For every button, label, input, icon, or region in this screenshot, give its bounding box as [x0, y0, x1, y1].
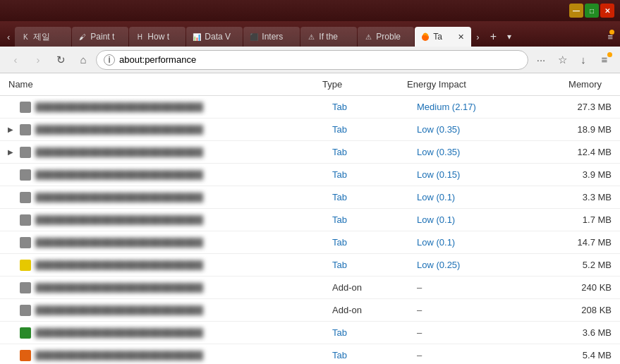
tab-7-label: Proble	[376, 32, 408, 42]
name-cell-8: ████████████████████████████	[0, 279, 324, 297]
tab-8-close-button[interactable]: ✕	[456, 32, 466, 42]
row-type-9: Add-on	[324, 301, 408, 319]
tab-6[interactable]: ⚠ If the	[300, 27, 357, 47]
performance-table[interactable]: Name Type Energy Impact Memory █████████…	[0, 73, 620, 364]
tab-dropdown-button[interactable]: ▾	[503, 27, 516, 47]
url-input[interactable]	[119, 54, 521, 65]
row-favicon-6	[20, 237, 31, 248]
nav-bar: ‹ › ↻ ⌂ i ··· ☆ ↓ ≡	[0, 47, 620, 73]
table-row[interactable]: ████████████████████████████ Tab Medium …	[0, 96, 620, 119]
name-cell-1: ▶ ████████████████████████████	[0, 121, 324, 139]
row-type-8: Add-on	[324, 279, 408, 296]
tab-bar: ‹ K 제일 🖌 Paint t H How t 📊 Data V ⬛ Inte…	[0, 21, 620, 47]
table-row[interactable]: ████████████████████████████ Tab Low (0.…	[0, 231, 620, 254]
name-cell-4: ████████████████████████████	[0, 188, 324, 207]
tab-8-label: Ta	[433, 32, 453, 42]
row-energy-2: Low (0.35)	[408, 143, 535, 161]
row-expand-1[interactable]: ▶	[6, 125, 16, 135]
row-memory-3: 3.9 MB	[535, 166, 620, 183]
home-button[interactable]: ⌂	[73, 50, 93, 70]
row-expand-9	[6, 305, 16, 315]
row-expand-11	[6, 351, 16, 360]
table-row[interactable]: ████████████████████████████ Add-on – 20…	[0, 299, 620, 322]
row-memory-2: 12.4 MB	[535, 143, 620, 161]
row-energy-0: Medium (2.17)	[408, 98, 535, 116]
nav-menu-button[interactable]: ≡	[595, 50, 614, 70]
download-button[interactable]: ↓	[573, 50, 593, 70]
more-button[interactable]: ···	[531, 50, 551, 70]
tab-6-label: If the	[319, 32, 351, 42]
table-row[interactable]: ████████████████████████████ Tab Low (0.…	[0, 209, 620, 231]
tab-1[interactable]: K 제일	[15, 27, 71, 47]
name-cell-11: ████████████████████████████	[0, 346, 324, 365]
row-memory-4: 3.3 MB	[535, 188, 620, 206]
info-icon: i	[104, 54, 115, 66]
name-cell-7: ████████████████████████████	[0, 256, 324, 274]
tab-5[interactable]: ⬛ Inters	[243, 27, 300, 47]
tab-6-favicon: ⚠	[306, 32, 316, 42]
tab-forward-button[interactable]: ›	[472, 27, 483, 47]
menu-notification-button[interactable]: ≡	[603, 27, 617, 47]
table-row[interactable]: ████████████████████████████ Tab Low (0.…	[0, 186, 620, 209]
row-expand-10	[6, 328, 16, 338]
close-button[interactable]: ✕	[600, 4, 614, 18]
row-favicon-1	[20, 124, 31, 135]
row-energy-11: –	[408, 346, 535, 364]
row-expand-4	[6, 193, 16, 202]
table-row[interactable]: ████████████████████████████ Add-on – 24…	[0, 277, 620, 299]
tab-4-label: Data V	[205, 32, 237, 42]
minimize-button[interactable]: —	[569, 4, 583, 18]
name-cell-3: ████████████████████████████	[0, 166, 324, 184]
row-name-3: ████████████████████████████	[35, 170, 315, 180]
table-row[interactable]: ▶ ████████████████████████████ Tab Low (…	[0, 141, 620, 164]
row-expand-2[interactable]: ▶	[6, 147, 16, 157]
new-tab-button[interactable]: +	[485, 27, 502, 47]
row-expand-3	[6, 170, 16, 180]
row-energy-4: Low (0.1)	[408, 188, 535, 206]
row-type-1: Tab	[324, 121, 408, 138]
table-row[interactable]: ▶ ████████████████████████████ Tab Low (…	[0, 119, 620, 141]
name-cell-6: ████████████████████████████	[0, 233, 324, 252]
notification-badge	[609, 30, 614, 35]
tab-7[interactable]: ⚠ Proble	[358, 27, 414, 47]
tab-3[interactable]: H How t	[129, 27, 186, 47]
tab-5-favicon: ⬛	[249, 32, 259, 42]
row-type-5: Tab	[324, 211, 408, 229]
column-header-type[interactable]: Type	[314, 73, 399, 95]
nav-notification-badge	[607, 52, 612, 57]
row-memory-0: 27.3 MB	[535, 98, 620, 116]
column-header-name[interactable]: Name	[0, 73, 314, 95]
table-row[interactable]: ████████████████████████████ Tab – 3.6 M…	[0, 322, 620, 344]
nav-menu-icon: ≡	[602, 54, 608, 66]
tab-8[interactable]: Ta ✕	[415, 27, 471, 47]
row-favicon-7	[20, 260, 31, 271]
column-header-memory[interactable]: Memory	[525, 73, 610, 95]
forward-button[interactable]: ›	[28, 50, 48, 70]
row-expand-5	[6, 215, 16, 225]
row-memory-8: 240 KB	[535, 279, 620, 296]
row-name-0: ████████████████████████████	[35, 102, 315, 112]
row-name-10: ████████████████████████████	[35, 328, 315, 338]
back-button[interactable]: ‹	[6, 50, 25, 70]
table-row[interactable]: ████████████████████████████ Tab Low (0.…	[0, 254, 620, 277]
address-bar[interactable]: i	[96, 50, 528, 70]
maximize-button[interactable]: □	[585, 4, 599, 18]
row-expand-6	[6, 238, 16, 248]
column-header-energy[interactable]: Energy Impact	[399, 73, 525, 95]
row-favicon-0	[20, 102, 31, 113]
tab-5-label: Inters	[262, 32, 294, 42]
tab-4[interactable]: 📊 Data V	[186, 27, 243, 47]
row-name-1: ████████████████████████████	[35, 125, 315, 135]
reload-button[interactable]: ↻	[51, 50, 71, 70]
row-name-7: ████████████████████████████	[35, 260, 315, 270]
tab-1-label: 제일	[33, 31, 66, 43]
row-energy-5: Low (0.1)	[408, 211, 535, 229]
tab-back-button[interactable]: ‹	[3, 27, 14, 47]
content-area: Name Type Energy Impact Memory █████████…	[0, 73, 620, 364]
tab-2[interactable]: 🖌 Paint t	[72, 27, 128, 47]
bookmark-button[interactable]: ☆	[552, 50, 572, 70]
table-row[interactable]: ████████████████████████████ Tab Low (0.…	[0, 164, 620, 186]
row-energy-1: Low (0.35)	[408, 121, 535, 138]
tab-3-label: How t	[147, 32, 180, 42]
table-row[interactable]: ████████████████████████████ Tab – 5.4 M…	[0, 344, 620, 364]
